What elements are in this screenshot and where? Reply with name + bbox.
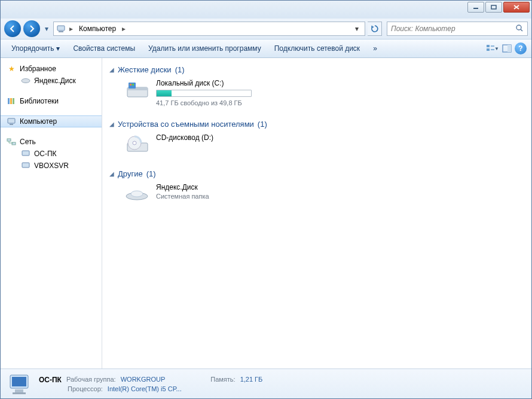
svg-rect-8	[507, 45, 511, 52]
status-cpu-label: Процессор:	[68, 385, 103, 392]
category-count: (1)	[146, 169, 156, 178]
breadcrumb-computer[interactable]: Компьютер	[77, 22, 118, 35]
category-count: (1)	[175, 65, 185, 74]
sidebar-item-label: ОС-ПК	[34, 150, 57, 158]
computer-large-icon	[7, 371, 32, 397]
svg-rect-10	[8, 98, 10, 104]
svg-rect-23	[132, 84, 134, 86]
drive-name: CD-дисковод (D:)	[156, 133, 213, 142]
sidebar-libraries-header[interactable]: Библиотеки	[1, 95, 102, 107]
sidebar-favorites-label: Избранное	[20, 65, 56, 73]
svg-rect-31	[15, 389, 23, 392]
svg-rect-6	[487, 48, 490, 51]
computer-icon	[56, 24, 66, 33]
address-dropdown-button[interactable]: ▾	[351, 23, 362, 35]
svg-rect-30	[12, 377, 26, 386]
status-workgroup-value: WORKGROUP	[121, 376, 166, 384]
svg-rect-22	[130, 84, 132, 86]
cd-drive-icon	[124, 133, 150, 156]
collapse-arrow-icon: ◢	[109, 170, 114, 177]
svg-point-4	[516, 25, 521, 30]
sidebar-item-os-pk[interactable]: ОС-ПК	[1, 148, 102, 160]
sidebar-item-label: VBOXSVR	[34, 162, 69, 170]
category-title: Жесткие диски	[118, 65, 172, 74]
back-button[interactable]	[4, 20, 21, 37]
ufo-icon	[124, 183, 150, 206]
item-subtitle: Системная папка	[156, 193, 209, 200]
svg-rect-14	[10, 124, 13, 125]
sidebar-favorites-header[interactable]: ★ Избранное	[1, 63, 102, 75]
svg-rect-32	[13, 392, 26, 394]
pc-icon	[21, 149, 30, 159]
history-dropdown[interactable]: ▾	[42, 20, 51, 37]
search-icon	[515, 24, 524, 34]
status-memory-label: Память:	[210, 376, 235, 384]
drive-item-cd[interactable]: CD-дисковод (D:)	[109, 131, 524, 159]
status-hostname: ОС-ПК	[39, 376, 62, 384]
computer-icon	[7, 117, 16, 126]
chevron-down-icon: ▾	[56, 44, 60, 53]
svg-rect-12	[13, 98, 14, 104]
sidebar-item-label: Яндекс.Диск	[34, 77, 76, 85]
sidebar-computer-label: Компьютер	[20, 117, 57, 126]
svg-point-28	[131, 191, 143, 197]
refresh-button[interactable]	[368, 22, 382, 36]
svg-rect-15	[7, 139, 11, 141]
svg-rect-2	[57, 26, 65, 31]
drive-name: Локальный диск (C:)	[156, 79, 252, 87]
forward-button[interactable]	[23, 20, 40, 37]
svg-rect-3	[59, 31, 63, 32]
close-button[interactable]	[503, 2, 530, 13]
item-yandex-disk[interactable]: Яндекс.Диск Системная папка	[109, 181, 524, 208]
search-placeholder: Поиск: Компьютер	[391, 25, 455, 33]
help-button[interactable]: ?	[515, 42, 527, 54]
sidebar-libraries-label: Библиотеки	[20, 97, 59, 105]
navigation-pane: ★ Избранное Яндекс.Диск Библиотеки Компь…	[1, 58, 102, 368]
sidebar-item-yandex-disk[interactable]: Яндекс.Диск	[1, 75, 102, 87]
category-header-hdd[interactable]: ◢ Жесткие диски (1)	[109, 63, 524, 77]
view-options-button[interactable]: ▼	[486, 42, 499, 55]
navigation-bar: ▾ ▸ Компьютер ▸ ▾ Поиск: Компьютер	[1, 19, 531, 39]
preview-pane-button[interactable]	[500, 42, 513, 55]
disk-icon	[21, 76, 30, 86]
content-area: ◢ Жесткие диски (1) Локальный диск (C:) …	[102, 58, 531, 368]
map-network-drive-button[interactable]: Подключить сетевой диск	[268, 42, 366, 55]
uninstall-change-button[interactable]: Удалить или изменить программу	[142, 42, 267, 55]
svg-rect-1	[491, 5, 496, 9]
command-bar: Упорядочить▾ Свойства системы Удалить ил…	[1, 39, 531, 58]
category-title: Другие	[118, 169, 143, 178]
status-memory-value: 1,21 ГБ	[240, 376, 263, 384]
disk-usage-bar	[156, 90, 252, 97]
libraries-icon	[7, 96, 16, 106]
svg-rect-11	[10, 98, 12, 104]
minimize-button[interactable]	[467, 2, 484, 13]
status-cpu-value: Intel(R) Core(TM) i5 CP...	[108, 385, 182, 392]
svg-rect-5	[487, 45, 490, 47]
category-count: (1)	[258, 120, 267, 129]
toolbar-overflow-button[interactable]: »	[367, 42, 383, 55]
pc-icon	[21, 161, 30, 170]
svg-point-9	[22, 79, 30, 83]
svg-rect-13	[8, 118, 15, 123]
breadcrumb-chevron[interactable]: ▸	[121, 22, 127, 35]
sidebar-item-vboxsvr[interactable]: VBOXSVR	[1, 160, 102, 172]
breadcrumb-root-chevron[interactable]: ▸	[68, 22, 74, 35]
search-input[interactable]: Поиск: Компьютер	[387, 22, 528, 36]
network-icon	[7, 137, 16, 147]
sidebar-computer-header[interactable]: Компьютер	[1, 115, 102, 127]
organize-menu[interactable]: Упорядочить▾	[5, 42, 66, 55]
maximize-button[interactable]	[485, 2, 502, 13]
drive-item-c[interactable]: Локальный диск (C:) 41,7 ГБ свободно из …	[109, 77, 524, 109]
sidebar-network-header[interactable]: Сеть	[1, 136, 102, 148]
svg-point-26	[133, 141, 136, 145]
address-bar[interactable]: ▸ Компьютер ▸ ▾	[53, 22, 365, 36]
drive-freespace: 41,7 ГБ свободно из 49,8 ГБ	[156, 99, 252, 106]
sidebar-network-label: Сеть	[20, 138, 36, 146]
category-header-removable[interactable]: ◢ Устройства со съемными носителями (1)	[109, 117, 524, 131]
collapse-arrow-icon: ◢	[109, 121, 114, 127]
organize-label: Упорядочить	[11, 44, 54, 53]
collapse-arrow-icon: ◢	[109, 66, 114, 73]
system-properties-button[interactable]: Свойства системы	[67, 42, 141, 55]
category-header-other[interactable]: ◢ Другие (1)	[109, 167, 524, 181]
svg-rect-18	[22, 163, 29, 167]
